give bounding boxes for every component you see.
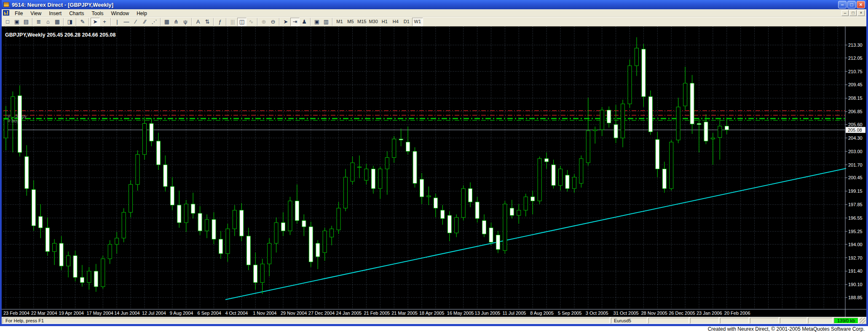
- fibo-fan-button[interactable]: ⋰: [150, 18, 159, 26]
- close-button[interactable]: ×: [857, 1, 865, 8]
- candlestick-chart-button[interactable]: ◫: [237, 18, 246, 26]
- indicators-button[interactable]: ƒ: [215, 18, 225, 26]
- price-axis-label: 209.45: [848, 82, 863, 87]
- app-logo-icon: [3, 2, 10, 8]
- cycle-lines-button[interactable]: ψ: [181, 18, 190, 26]
- fibo-grid-button[interactable]: ▦: [162, 18, 171, 26]
- channel-button[interactable]: ∕∕: [140, 18, 150, 26]
- timeframe-m5-button[interactable]: M5: [345, 18, 356, 26]
- tile-windows-button[interactable]: ▥: [321, 18, 331, 26]
- menu-insert[interactable]: Insert: [45, 10, 65, 17]
- price-axis-label: 201.70: [848, 162, 863, 167]
- time-axis-label: 26 Dec 2005: [669, 311, 695, 316]
- status-empty-cell: [690, 318, 719, 324]
- menu-file[interactable]: File: [11, 10, 27, 17]
- menu-window[interactable]: Window: [107, 10, 133, 17]
- time-axis-label: 13 Jun 2005: [475, 311, 501, 316]
- toolbar-separator: [310, 18, 311, 26]
- candle: [18, 85, 21, 157]
- candle: [579, 156, 583, 188]
- crosshair-button[interactable]: +: [100, 18, 109, 26]
- arrow-styles-button[interactable]: ⇅: [203, 18, 212, 26]
- chart-ohlc-header: GBPJPY,Weekly 205.45 206.28 204.66 205.0…: [5, 32, 116, 38]
- status-empty-cells: [648, 318, 833, 324]
- pitchfork-button[interactable]: ⋔: [171, 18, 181, 26]
- menu-help[interactable]: Help: [133, 10, 151, 17]
- menu-tools[interactable]: Tools: [88, 10, 107, 17]
- timeframe-h1-button[interactable]: H1: [379, 18, 390, 26]
- auto-scroll-button[interactable]: ➤: [281, 18, 290, 26]
- time-axis-label: 28 Nov 2005: [641, 311, 667, 316]
- candle: [129, 180, 133, 217]
- zoom-out-button[interactable]: ⊖: [268, 18, 278, 26]
- time-axis[interactable]: 23 Feb 200422 Mar 200419 Apr 200417 May …: [3, 311, 750, 316]
- credit-strip: Created with Neurex Direct, © 2001-2005 …: [0, 326, 868, 332]
- title-bar: 9514: Neurex Direct - [GBPJPY,Weekly] – …: [2, 0, 866, 9]
- time-axis-label: 20 Feb 2006: [724, 311, 750, 316]
- time-axis-label: 23 Feb 2004: [3, 311, 29, 316]
- navigator-button[interactable]: ⌂: [43, 18, 53, 26]
- text-label-button[interactable]: A: [193, 18, 203, 26]
- market-watch-button[interactable]: ≣: [34, 18, 43, 26]
- toolbar-separator: [32, 18, 33, 26]
- candle: [648, 90, 652, 135]
- time-axis-label: 4 Oct 2004: [225, 311, 248, 316]
- chart-shift-button[interactable]: ⇥: [290, 18, 300, 26]
- expert-advisors-button[interactable]: ♟: [300, 18, 309, 26]
- save-button[interactable]: ▣: [12, 18, 21, 26]
- current-price-tag-text: 205.08: [848, 127, 862, 133]
- chart-properties-button[interactable]: ◨: [65, 18, 75, 26]
- objects-list-button[interactable]: ✎: [78, 18, 87, 26]
- trendline-button[interactable]: ∕: [131, 18, 140, 26]
- timeframe-m30-button[interactable]: M30: [367, 18, 379, 26]
- price-axis-label: 199.15: [848, 189, 863, 194]
- line-chart-button[interactable]: ∿: [246, 18, 256, 26]
- menu-charts[interactable]: Charts: [65, 10, 88, 17]
- toolbar: □▣▤≣⌂▦◨✎➤+|—∕∕∕⋰▦⋔ψA⇅ƒ|||◫∿⊕⊖➤⇥♟▣▥M1M5M1…: [2, 17, 866, 27]
- timeframe-m1-button[interactable]: M1: [334, 18, 345, 26]
- timeframe-w1-button[interactable]: W1: [412, 18, 423, 26]
- mdi-minimize-button[interactable]: –: [841, 10, 849, 16]
- time-axis-label: 9 Aug 2004: [170, 311, 193, 316]
- candle: [670, 140, 673, 191]
- terminal-button[interactable]: ▦: [53, 18, 62, 26]
- menu-view[interactable]: View: [27, 10, 45, 17]
- candle: [503, 201, 507, 254]
- vertical-line-button[interactable]: |: [113, 18, 122, 26]
- timeframe-d1-button[interactable]: D1: [401, 18, 412, 26]
- toolbar-separator: [213, 18, 214, 26]
- menu-bar: FileViewInsertChartsToolsWindowHelp – □ …: [2, 9, 866, 17]
- timeframe-h4-button[interactable]: H4: [390, 18, 401, 26]
- app-window: 9514: Neurex Direct - [GBPJPY,Weekly] – …: [0, 0, 868, 326]
- cursor-button[interactable]: ➤: [91, 18, 100, 26]
- price-axis-label: 204.30: [848, 135, 863, 141]
- new-chart-button[interactable]: □: [3, 18, 12, 26]
- toolbar-separator: [88, 18, 89, 26]
- maximize-button[interactable]: □: [847, 1, 856, 8]
- chart-area[interactable]: # 0 3 buy# buy213.30212.05210.75209.4520…: [2, 27, 866, 317]
- horizontal-line-button[interactable]: —: [122, 18, 131, 26]
- zoom-in-button[interactable]: ⊕: [259, 18, 268, 26]
- toolbar-separator: [332, 18, 333, 26]
- price-axis-label: 195.25: [848, 229, 863, 234]
- time-axis-label: 23 Jan 2006: [697, 311, 722, 316]
- resize-grip[interactable]: [860, 318, 865, 324]
- new-chart-window-button[interactable]: ▣: [312, 18, 321, 26]
- price-axis-label: 206.85: [848, 109, 863, 114]
- minimize-button[interactable]: –: [838, 1, 847, 8]
- status-empty-cell: [750, 318, 779, 324]
- status-bar: For Help, press F1 Eurusd5 139/0 kb: [2, 317, 866, 324]
- print-button[interactable]: ▤: [21, 18, 31, 26]
- bar-chart-button[interactable]: |||: [228, 18, 237, 26]
- mdi-restore-button[interactable]: □: [849, 10, 857, 16]
- price-chart-canvas[interactable]: # 0 3 buy# buy213.30212.05210.75209.4520…: [2, 27, 866, 317]
- time-axis-label: 19 Apr 2004: [59, 311, 84, 316]
- toolbar-separator: [110, 18, 111, 26]
- candle: [136, 150, 139, 191]
- mdi-close-button[interactable]: ×: [857, 10, 865, 16]
- toolbar-separator: [226, 18, 227, 26]
- status-help-text: For Help, press F1: [3, 318, 610, 324]
- price-axis-label: 208.15: [848, 96, 863, 101]
- toolbar-separator: [257, 18, 258, 26]
- timeframe-m15-button[interactable]: M15: [356, 18, 367, 26]
